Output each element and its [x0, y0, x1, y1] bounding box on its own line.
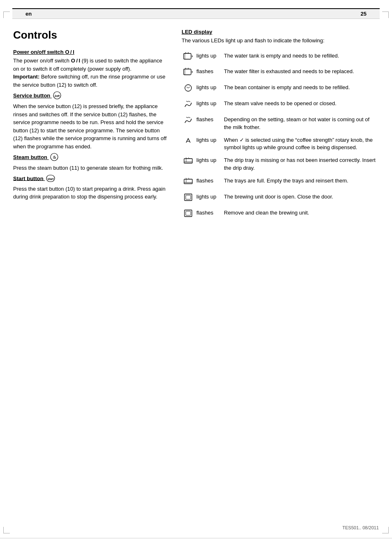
led-desc-water-filter: The water filter is exhausted and needs …: [221, 66, 379, 82]
led-row-drip-tray-missing-lights: lights up The drip tray is missing or ha…: [182, 155, 379, 175]
led-row-water-tank-lights: lights up The water tank is empty and ne…: [182, 51, 379, 67]
led-desc-drip-tray-missing: The drip tray is missing or has not been…: [221, 155, 379, 175]
led-status-drip-tray-full: flashes: [195, 175, 221, 192]
led-status-water-tank: lights up: [195, 51, 221, 67]
svg-text:start: start: [48, 178, 54, 180]
corner-mark-br: [382, 527, 389, 533]
led-icon-steam-valve: [182, 98, 195, 114]
led-icon-coffee-strength: [182, 135, 195, 155]
section-start: Start button start Press the start butto…: [13, 175, 169, 201]
svg-rect-26: [186, 211, 191, 215]
led-icon-water-filter: [182, 66, 195, 82]
led-desc-brew-unit-open: The brewing unit door is open. Close the…: [221, 192, 379, 208]
led-status-coffee-strength: lights up: [195, 135, 221, 155]
led-icon-bean: [182, 82, 195, 98]
led-status-brew-unit-open: lights up: [195, 192, 221, 208]
led-status-brew-unit-clean: flashes: [195, 208, 221, 224]
led-desc-drip-tray-full: The trays are full. Empty the trays and …: [221, 175, 379, 192]
led-row-brew-unit-clean-flashes: flashes Remove and clean the brewing uni…: [182, 208, 379, 224]
section-steam: Steam button ♨ Press the steam button (1…: [13, 153, 169, 172]
section-service-text: When the service button (12) is pressed …: [13, 102, 169, 150]
led-row-bean-lights: lights up The bean container is empty an…: [182, 82, 379, 98]
led-desc-coffee-strength: When ✓ is selected using the “coffee str…: [221, 135, 379, 155]
led-table: lights up The water tank is empty and ne…: [182, 51, 379, 224]
header-page: 25: [361, 11, 367, 17]
section-start-text: Press the start button (10) to start pre…: [13, 185, 169, 201]
section-power-heading: Power on/off switch O / I: [13, 49, 169, 55]
svg-rect-24: [186, 195, 191, 199]
led-desc-bean: The bean container is empty and needs to…: [221, 82, 379, 98]
led-status-steam-frother: flashes: [195, 114, 221, 135]
corner-mark-bl: [3, 527, 10, 533]
doc-ref: TES501.. 08/2011: [342, 525, 379, 530]
led-icon-drip-tray-full: [182, 175, 195, 192]
header-bar: en 25: [12, 8, 380, 19]
section-steam-heading: Steam button ♨: [13, 153, 169, 162]
section-steam-text: Press the steam button (11) to generate …: [13, 164, 169, 172]
section-service-heading: Service button 2off: [13, 91, 169, 101]
led-status-steam-valve: lights up: [195, 98, 221, 114]
content-area: Controls Power on/off switch O / I The p…: [0, 19, 392, 223]
led-desc-brew-unit-clean: Remove and clean the brewing unit.: [221, 208, 379, 224]
start-button-icon: start: [46, 175, 55, 183]
led-desc-steam-valve: The steam valve needs to be opened or cl…: [221, 98, 379, 114]
corner-mark-tl: [3, 12, 10, 18]
led-icon-steam-frother: [182, 114, 195, 135]
led-row-brew-unit-open-lights: lights up The brewing unit door is open.…: [182, 192, 379, 208]
page-wrapper: en 25 Controls Power on/off switch O / I…: [0, 8, 392, 540]
led-icon-brew-unit-clean: [182, 208, 195, 224]
led-icon-drip-tray-missing: [182, 155, 195, 175]
led-row-water-filter-flashes: flashes The water filter is exhausted an…: [182, 66, 379, 82]
footer-bar: TES501_1DE.indb 25 05.08.2011 15:34:45: [0, 538, 392, 540]
led-row-coffee-strength-lights: lights up When ✓ is selected using the “…: [182, 135, 379, 155]
led-row-steam-valve-lights: lights up The steam valve needs to be op…: [182, 98, 379, 114]
led-desc-water-tank: The water tank is empty and needs to be …: [221, 51, 379, 67]
left-column: Controls Power on/off switch O / I The p…: [13, 29, 169, 223]
led-status-drip-tray-missing: lights up: [195, 155, 221, 175]
led-status-bean: lights up: [195, 82, 221, 98]
right-column: LED display The various LEDs light up an…: [182, 29, 379, 223]
led-status-water-filter: flashes: [195, 66, 221, 82]
section-power-text: The power on/off switch O / I (9) is use…: [13, 57, 169, 89]
svg-text:♨: ♨: [52, 155, 56, 159]
service-button-icon: 2off: [53, 91, 61, 101]
section-start-heading: Start button start: [13, 175, 169, 183]
section-power: Power on/off switch O / I The power on/o…: [13, 49, 169, 89]
led-row-drip-tray-full-flashes: flashes The trays are full. Empty the tr…: [182, 175, 379, 192]
svg-text:2off: 2off: [55, 95, 60, 97]
corner-mark-tr: [382, 12, 389, 18]
led-display-intro: The various LEDs light up and flash to i…: [182, 37, 379, 45]
led-desc-steam-frother: Depending on the setting, steam or hot w…: [221, 114, 379, 135]
led-row-steam-frother-flashes: flashes Depending on the setting, steam …: [182, 114, 379, 135]
svg-rect-20: [184, 179, 192, 184]
svg-rect-17: [184, 159, 192, 163]
section-service: Service button 2off When the service but…: [13, 91, 169, 150]
led-display-heading: LED display: [182, 29, 379, 35]
page-title: Controls: [13, 29, 169, 42]
led-icon-water-tank: [182, 51, 195, 67]
steam-button-icon: ♨: [50, 153, 58, 162]
header-lang: en: [25, 11, 32, 17]
led-icon-brew-unit-open: [182, 192, 195, 208]
